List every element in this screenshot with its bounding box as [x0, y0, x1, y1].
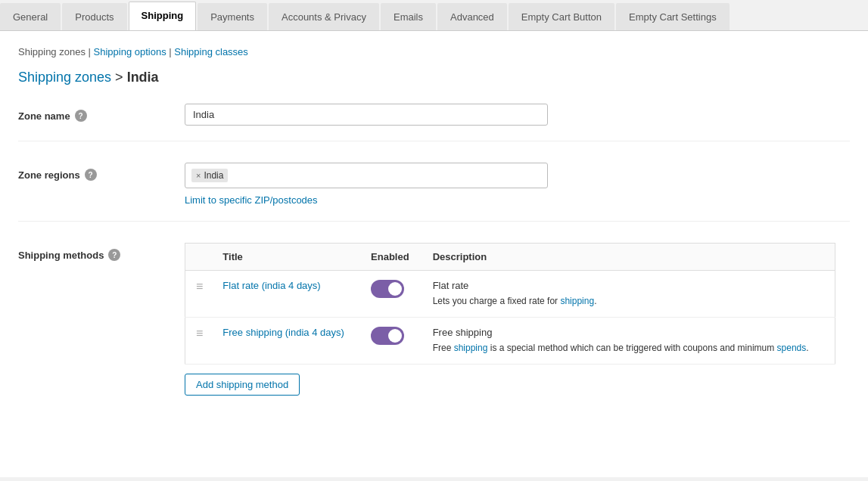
- shipping-methods-label: Shipping methods ?: [18, 243, 185, 261]
- shipping-methods-field: Title Enabled Description ≡ Flat rate (i…: [185, 243, 835, 396]
- drag-handle-icon[interactable]: ≡: [196, 280, 201, 293]
- breadcrumb-separator: >: [115, 70, 127, 85]
- zone-name-input[interactable]: [185, 104, 548, 126]
- method-link-flat-rate[interactable]: Flat rate (india 4 days): [222, 280, 320, 291]
- col-drag: [185, 244, 213, 271]
- tab-emails[interactable]: Emails: [381, 3, 436, 30]
- toggle-flat-rate[interactable]: [371, 280, 404, 298]
- region-tag-india: × India: [191, 169, 228, 182]
- tabs-bar: General Products Shipping Payments Accou…: [0, 0, 868, 31]
- toggle-free-shipping[interactable]: [371, 327, 404, 345]
- tab-empty-cart-button[interactable]: Empty Cart Button: [509, 3, 614, 30]
- subnav-link-shipping-classes[interactable]: Shipping classes: [174, 46, 248, 57]
- zip-postcodes-link[interactable]: Limit to specific ZIP/postcodes: [185, 194, 850, 206]
- breadcrumb-current: India: [127, 70, 159, 85]
- col-enabled: Enabled: [360, 244, 422, 271]
- shipping-methods-help-icon[interactable]: ?: [108, 249, 120, 261]
- region-tag-india-remove[interactable]: ×: [196, 172, 201, 180]
- zone-name-field: [185, 104, 850, 126]
- toggle-flat-rate-slider: [371, 280, 404, 298]
- tab-general[interactable]: General: [0, 3, 61, 30]
- breadcrumb: Shipping zones > India: [18, 70, 850, 85]
- zone-regions-help-icon[interactable]: ?: [85, 169, 97, 181]
- add-shipping-method-button[interactable]: Add shipping method: [185, 374, 300, 396]
- table-row: ≡ Free shipping (india 4 days): [185, 318, 835, 365]
- desc-title-flat-rate: Flat rate: [433, 280, 824, 291]
- desc-detail-flat-rate: Lets you charge a fixed rate for shippin…: [433, 294, 824, 308]
- zone-name-help-icon[interactable]: ?: [75, 110, 87, 122]
- region-tag-india-label: India: [204, 170, 223, 181]
- desc-title-free-shipping: Free shipping: [433, 327, 824, 338]
- page-content: Shipping zones | Shipping options | Ship…: [0, 31, 868, 477]
- shipping-methods-row: Shipping methods ? Title Enabled Descrip…: [18, 243, 850, 411]
- shipping-methods-table: Title Enabled Description ≡ Flat rate (i…: [185, 243, 835, 365]
- subnav-current: Shipping zones: [18, 46, 86, 57]
- tab-products[interactable]: Products: [62, 3, 126, 30]
- breadcrumb-parent-link[interactable]: Shipping zones: [18, 70, 111, 85]
- tab-shipping[interactable]: Shipping: [129, 2, 197, 30]
- subnav-link-shipping-options[interactable]: Shipping options: [94, 46, 166, 57]
- method-link-free-shipping[interactable]: Free shipping (india 4 days): [222, 327, 344, 338]
- tab-advanced[interactable]: Advanced: [437, 3, 507, 30]
- zone-regions-label: Zone regions ?: [18, 163, 185, 181]
- zone-regions-field: × India Limit to specific ZIP/postcodes: [185, 163, 850, 206]
- zone-regions-input[interactable]: × India: [185, 163, 548, 188]
- col-title: Title: [212, 244, 360, 271]
- tab-empty-cart-settings[interactable]: Empty Cart Settings: [616, 3, 730, 30]
- desc-detail-free-shipping: Free shipping is a special method which …: [433, 341, 824, 355]
- tab-accounts[interactable]: Accounts & Privacy: [269, 3, 379, 30]
- zone-name-row: Zone name ?: [18, 104, 850, 141]
- zone-name-label: Zone name ?: [18, 104, 185, 122]
- table-row: ≡ Flat rate (india 4 days) Fla: [185, 271, 835, 318]
- tab-payments[interactable]: Payments: [198, 3, 267, 30]
- drag-handle-icon[interactable]: ≡: [196, 327, 201, 340]
- zone-regions-row: Zone regions ? × India Limit to specific…: [18, 163, 850, 222]
- subnav: Shipping zones | Shipping options | Ship…: [18, 46, 850, 57]
- toggle-free-shipping-slider: [371, 327, 404, 345]
- col-description: Description: [422, 244, 835, 271]
